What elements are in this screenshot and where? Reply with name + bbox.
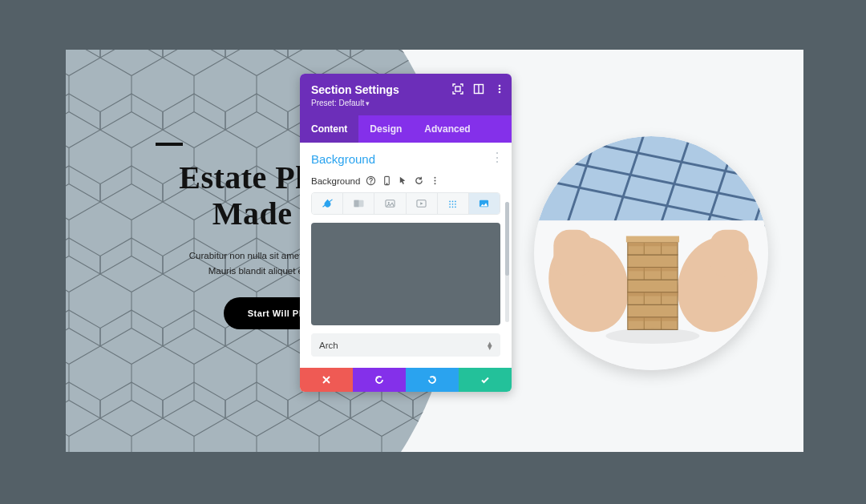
bg-type-pattern[interactable]	[438, 193, 469, 214]
svg-point-41	[606, 328, 700, 343]
svg-point-59	[388, 202, 390, 204]
field-row-background: Background	[300, 167, 512, 191]
undo-button[interactable]	[353, 368, 406, 392]
svg-point-46	[499, 88, 501, 91]
svg-rect-22	[628, 304, 678, 317]
svg-rect-24	[628, 280, 678, 292]
section-settings-modal: Section Settings Preset: Default▾ Conten…	[300, 74, 512, 392]
bg-type-video[interactable]	[407, 193, 438, 214]
background-type-tabs	[311, 192, 500, 215]
svg-rect-20	[710, 230, 749, 276]
svg-point-49	[370, 183, 371, 183]
preset-value: Default	[338, 99, 364, 107]
svg-point-54	[435, 183, 436, 184]
svg-point-68	[452, 206, 454, 208]
preset-label: Preset:	[311, 99, 338, 107]
svg-point-63	[455, 201, 456, 203]
svg-rect-37	[628, 292, 678, 296]
svg-rect-57	[354, 200, 358, 208]
modal-footer	[300, 368, 512, 392]
hero-image	[534, 136, 768, 370]
panel-kebab-icon[interactable]: ⋮	[491, 154, 504, 162]
snap-icon[interactable]	[473, 83, 484, 95]
svg-rect-39	[628, 242, 678, 246]
confirm-button[interactable]	[459, 368, 512, 392]
bg-type-image[interactable]	[374, 193, 406, 214]
svg-point-53	[435, 179, 436, 181]
svg-point-67	[449, 206, 451, 208]
svg-rect-36	[628, 317, 678, 321]
svg-rect-26	[628, 255, 678, 268]
mask-select[interactable]: Arch ▴▾	[311, 333, 500, 357]
hover-icon[interactable]	[398, 175, 408, 186]
panel-background: Background ⋮	[300, 143, 512, 167]
svg-point-65	[452, 204, 454, 205]
cancel-button[interactable]	[300, 368, 353, 392]
tab-design[interactable]: Design	[358, 115, 413, 143]
select-caret-icon: ▴▾	[488, 340, 492, 350]
panel-title[interactable]: Background	[311, 152, 500, 166]
mask-preview[interactable]	[311, 223, 500, 325]
svg-point-66	[455, 204, 456, 205]
field-label: Background	[311, 176, 360, 186]
svg-rect-42	[455, 87, 460, 91]
modal-header[interactable]: Section Settings Preset: Default▾	[300, 74, 512, 115]
expand-icon[interactable]	[452, 83, 463, 95]
svg-point-69	[455, 206, 456, 208]
svg-rect-40	[626, 236, 679, 243]
reset-icon[interactable]	[414, 175, 424, 186]
svg-point-45	[499, 85, 501, 87]
tab-advanced[interactable]: Advanced	[413, 115, 481, 143]
svg-rect-38	[628, 268, 678, 272]
preset-selector[interactable]: Preset: Default▾	[311, 99, 500, 107]
help-icon[interactable]	[366, 175, 376, 186]
svg-point-61	[449, 201, 451, 203]
bg-type-mask[interactable]	[469, 193, 500, 214]
svg-point-47	[499, 91, 501, 94]
field-kebab-icon[interactable]	[430, 175, 440, 186]
tab-content[interactable]: Content	[300, 115, 358, 143]
svg-point-64	[449, 204, 451, 205]
bg-type-color[interactable]	[312, 193, 343, 214]
modal-tabs: Content Design Advanced	[300, 115, 512, 143]
kebab-icon[interactable]	[494, 83, 505, 95]
svg-point-52	[435, 177, 436, 179]
svg-rect-19	[553, 230, 593, 276]
chevron-down-icon: ▾	[366, 99, 370, 107]
device-icon[interactable]	[382, 175, 392, 186]
bg-type-gradient[interactable]	[343, 193, 374, 214]
mask-select-value: Arch	[319, 341, 338, 350]
accent-rule	[156, 143, 183, 146]
redo-button[interactable]	[406, 368, 459, 392]
svg-point-62	[452, 201, 454, 203]
modal-scrollbar[interactable]	[505, 202, 509, 322]
